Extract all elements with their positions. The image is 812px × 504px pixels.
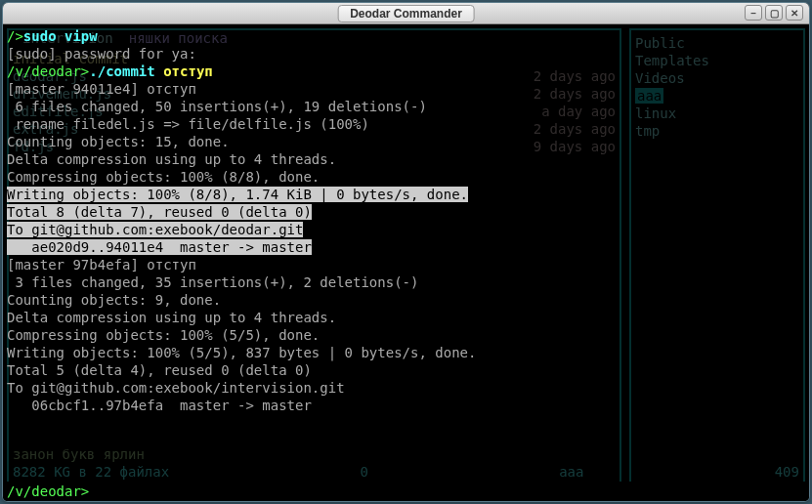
terminal-line: [master 94011e4] отступ [7,80,805,98]
terminal-line: Counting objects: 9, done. [7,291,805,309]
terminal-text: 6 files changed, 50 insertions(+), 19 de… [7,99,427,114]
terminal-text: To git@github.com:exebook/intervision.gi… [7,380,345,396]
bg-bottom-tabs: занон букв ярлин [13,446,145,462]
terminal-line: Compressing objects: 100% (5/5), done. [7,326,805,344]
terminal-text: Counting objects: 15, done. [7,134,230,149]
terminal-text: /v/deodar> [7,63,89,79]
terminal-text: [sudo] password for ya: [7,46,196,62]
terminal-line: Writing objects: 100% (8/8), 1.74 KiB | … [7,186,805,203]
terminal-text: ae020d9..94011e4 master -> master [7,239,312,255]
terminal-line: Total 5 (delta 4), reused 0 (delta 0) [7,361,805,379]
prompt-bar[interactable]: /v/deodar> [3,482,809,501]
terminal[interactable]: intervision няшки поиска initial commit … [3,24,809,501]
terminal-text: отступ [155,63,213,79]
terminal-text: /> [7,28,23,44]
terminal-line: To git@github.com:exebook/intervision.gi… [7,379,805,397]
terminal-line: [master 97b4efa] отступ [7,256,805,273]
terminal-line: /v/deodar>./commit отступ [7,63,805,80]
titlebar[interactable]: Deodar Commander – ▢ ✕ [3,3,809,24]
app-window: Deodar Commander – ▢ ✕ intervision няшки… [2,2,810,502]
terminal-text: Compressing objects: 100% (8/8), done. [7,169,320,185]
terminal-text: rename filedel.js => file/delfile.js (10… [7,116,369,132]
terminal-line: />sudo vipw [7,27,805,45]
terminal-text: Counting objects: 9, done. [7,292,221,308]
terminal-line: 6 files changed, 50 insertions(+), 19 de… [7,98,805,115]
minimize-button[interactable]: – [745,5,762,21]
terminal-text: Writing objects: 100% (5/5), 837 bytes |… [7,345,476,360]
terminal-text: To git@github.com:exebook/deodar.git [7,222,303,237]
terminal-line: Delta compression using up to 4 threads. [7,309,805,326]
terminal-output: />sudo vipw[sudo] password for ya:/v/deo… [3,24,809,417]
maximize-button[interactable]: ▢ [765,5,783,21]
terminal-text: Writing objects: 100% (8/8), 1.74 KiB | … [7,187,468,202]
terminal-text: Total 8 (delta 7), reused 0 (delta 0) [7,204,312,220]
terminal-text: [master 97b4efa] отступ [7,257,196,273]
terminal-line: Compressing objects: 100% (8/8), done. [7,168,805,186]
terminal-text: Total 5 (delta 4), reused 0 (delta 0) [7,362,312,378]
terminal-text: ./commit [89,63,154,79]
terminal-line: [sudo] password for ya: [7,45,805,63]
terminal-text: 3 files changed, 35 insertions(+), 2 del… [7,274,418,290]
terminal-text: Delta compression using up to 4 threads. [7,310,336,325]
terminal-line: Writing objects: 100% (5/5), 837 bytes |… [7,344,805,361]
window-title: Deodar Commander [337,5,475,22]
terminal-line: Delta compression using up to 4 threads. [7,150,805,168]
terminal-line: 06cbcf1..97b4efa master -> master [7,397,805,414]
terminal-text: Delta compression using up to 4 threads. [7,151,336,167]
close-button[interactable]: ✕ [786,5,803,21]
terminal-line: Counting objects: 15, done. [7,133,805,150]
prompt-path: /v/deodar> [7,483,89,499]
terminal-text: Compressing objects: 100% (5/5), done. [7,327,320,343]
terminal-line: ae020d9..94011e4 master -> master [7,238,805,256]
window-controls: – ▢ ✕ [745,5,803,21]
terminal-line: 3 files changed, 35 insertions(+), 2 del… [7,273,805,291]
terminal-line: Total 8 (delta 7), reused 0 (delta 0) [7,203,805,221]
bg-status-bar: 8282 KG в 22 файлах 0 aaa 409 [13,464,799,480]
terminal-line: rename filedel.js => file/delfile.js (10… [7,115,805,133]
terminal-line: To git@github.com:exebook/deodar.git [7,221,805,238]
terminal-text: 06cbcf1..97b4efa master -> master [7,398,312,413]
terminal-text: sudo vipw [23,28,98,44]
terminal-text: [master 94011e4] отступ [7,81,196,97]
